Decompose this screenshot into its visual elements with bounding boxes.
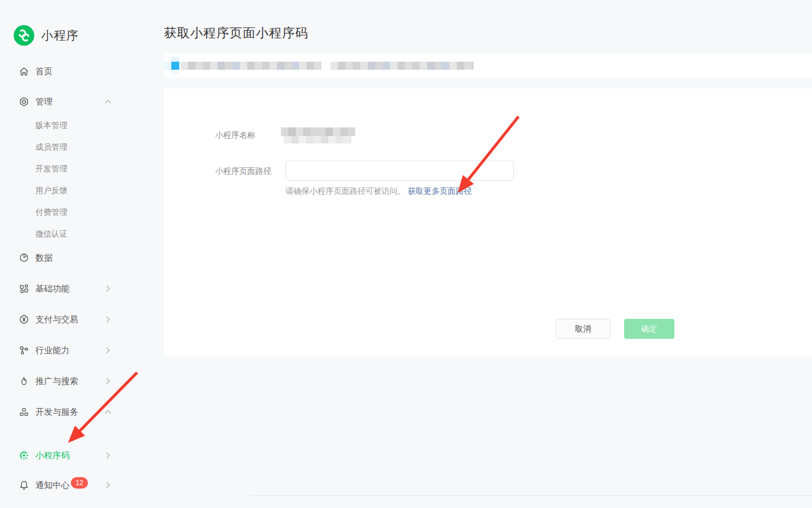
sidebar-item-industry[interactable]: 行业能力 [0, 343, 164, 357]
sidebar-item-payment[interactable]: 支付与交易 [0, 313, 164, 326]
sidebar-item-label: 行业能力 [35, 345, 70, 356]
sidebar-subitem-label: 成员管理 [35, 142, 67, 153]
minicode-icon [19, 450, 29, 461]
page-path-input[interactable] [286, 161, 514, 181]
get-more-paths-link[interactable]: 获取更多页面路径 [408, 186, 472, 195]
data-icon [19, 253, 29, 263]
promotion-icon [19, 376, 29, 386]
sidebar-item-promotion[interactable]: 推广与搜索 [0, 374, 164, 388]
redacted-pixel-block [171, 62, 179, 70]
sidebar-item-dev-services[interactable]: 开发与服务 [0, 405, 164, 419]
sidebar-subitem-label: 用户反馈 [35, 186, 67, 196]
sidebar-item-label: 小程序码 [35, 450, 70, 461]
page-path-label: 小程序页面路径 [215, 166, 271, 177]
sidebar: 小程序 首页 管理 版本管理 成员管理 开发管理 [0, 0, 164, 508]
redacted-miniprogram-name-value [281, 127, 355, 136]
sidebar-item-label: 推广与搜索 [35, 376, 78, 387]
path-hint-text: 请确保小程序页面路径可被访问。 [286, 186, 405, 195]
confirm-button[interactable]: 确定 [624, 319, 674, 339]
sidebar-item-minicode[interactable]: 小程序码 [0, 449, 164, 462]
sidebar-item-dev-manage[interactable]: 开发管理 [0, 162, 164, 176]
chevron-right-icon[interactable] [103, 315, 112, 324]
chevron-right-icon[interactable] [103, 481, 112, 490]
industry-icon [19, 345, 29, 355]
page-title: 获取小程序页面小程序码 [164, 25, 308, 42]
basic-features-icon [19, 283, 29, 294]
bottom-divider [250, 495, 812, 496]
sidebar-item-notification-center[interactable]: 通知中心 12 [0, 478, 164, 492]
get-minicode-form-panel: 小程序名称 小程序页面路径 请确保小程序页面路径可被访问。获取更多页面路径 取消… [164, 89, 812, 355]
sidebar-item-label: 基础功能 [35, 283, 70, 294]
bell-icon [19, 480, 29, 490]
app-logo-row: 小程序 [14, 25, 79, 46]
sidebar-subitem-label: 付费管理 [35, 207, 67, 218]
sidebar-item-home[interactable]: 首页 [0, 65, 164, 78]
sidebar-item-user-feedback[interactable]: 用户反馈 [0, 184, 164, 198]
sidebar-item-version-manage[interactable]: 版本管理 [0, 119, 164, 133]
sidebar-item-label: 首页 [35, 66, 53, 77]
redacted-pixel-strip [180, 62, 321, 70]
payment-icon [19, 314, 29, 325]
miniprogram-logo-icon [14, 25, 34, 46]
sidebar-item-member-manage[interactable]: 成员管理 [0, 141, 164, 154]
sidebar-item-pay-manage[interactable]: 付费管理 [0, 206, 164, 219]
sidebar-subitem-label: 开发管理 [35, 164, 67, 174]
sidebar-item-label: 开发与服务 [35, 407, 78, 418]
notification-count-badge: 12 [71, 477, 88, 489]
sidebar-item-label: 管理 [35, 97, 53, 107]
dev-services-icon [19, 407, 29, 417]
app-title: 小程序 [41, 27, 79, 43]
sidebar-item-wechat-verify[interactable]: 微信认证 [0, 227, 164, 241]
chevron-up-icon[interactable] [103, 97, 112, 106]
chevron-up-icon[interactable] [103, 407, 112, 417]
sidebar-item-basic-features[interactable]: 基础功能 [0, 282, 164, 295]
sidebar-subitem-label: 微信认证 [35, 229, 67, 239]
chevron-right-icon[interactable] [103, 377, 112, 386]
sidebar-item-data[interactable]: 数据 [0, 251, 164, 265]
sidebar-subitem-label: 版本管理 [35, 121, 67, 131]
sidebar-item-label: 支付与交易 [35, 314, 78, 325]
chevron-right-icon[interactable] [103, 346, 112, 355]
sidebar-item-label: 数据 [35, 253, 53, 263]
chevron-right-icon[interactable] [103, 451, 112, 460]
home-icon [19, 66, 29, 77]
redacted-breadcrumb-bar [164, 54, 812, 78]
sidebar-item-label: 通知中心 [35, 480, 70, 491]
chevron-right-icon[interactable] [103, 284, 112, 293]
redacted-pixel-strip [331, 62, 473, 70]
cancel-button[interactable]: 取消 [556, 319, 610, 339]
miniprogram-name-label: 小程序名称 [215, 130, 255, 141]
sidebar-item-manage[interactable]: 管理 [0, 95, 164, 109]
manage-icon [19, 97, 29, 107]
